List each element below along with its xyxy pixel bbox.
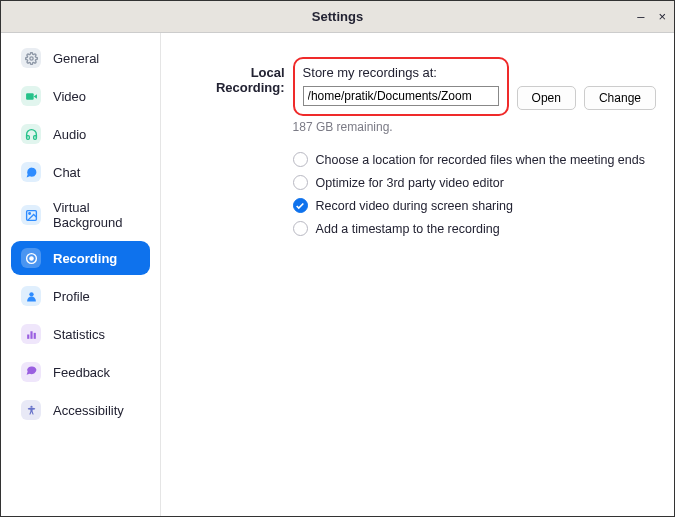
svg-point-4 (28, 212, 30, 214)
sidebar-item-label: Video (53, 89, 86, 104)
window-title: Settings (312, 9, 363, 24)
sidebar-item-feedback[interactable]: Feedback (11, 355, 150, 389)
recording-icon (21, 248, 41, 268)
virtual-background-icon (21, 205, 41, 225)
recording-path-input[interactable] (303, 86, 499, 106)
audio-icon (21, 124, 41, 144)
sidebar-item-audio[interactable]: Audio (11, 117, 150, 151)
checkbox-icon (293, 152, 308, 167)
sidebar: General Video Audio Chat Virtual Backgro (1, 33, 161, 516)
sidebar-item-general[interactable]: General (11, 41, 150, 75)
sidebar-item-profile[interactable]: Profile (11, 279, 150, 313)
chat-icon (21, 162, 41, 182)
profile-icon (21, 286, 41, 306)
open-button[interactable]: Open (517, 86, 576, 110)
sidebar-item-chat[interactable]: Chat (11, 155, 150, 189)
svg-point-11 (30, 405, 32, 407)
checkbox-icon (293, 221, 308, 236)
storage-remaining: 187 GB remaining. (293, 120, 656, 134)
close-icon[interactable]: × (658, 9, 666, 24)
sidebar-item-label: Recording (53, 251, 117, 266)
svg-point-0 (29, 56, 32, 59)
option-label: Add a timestamp to the recording (316, 222, 500, 236)
highlight-box: Store my recordings at: (293, 57, 509, 116)
minimize-icon[interactable]: – (637, 9, 644, 24)
checkbox-checked-icon (293, 198, 308, 213)
sidebar-item-label: Accessibility (53, 403, 124, 418)
video-icon (21, 86, 41, 106)
statistics-icon (21, 324, 41, 344)
store-label: Store my recordings at: (303, 65, 499, 80)
svg-point-6 (29, 256, 32, 259)
svg-point-7 (29, 292, 33, 296)
svg-rect-1 (26, 93, 34, 100)
sidebar-item-label: Chat (53, 165, 80, 180)
main-panel: Local Recording: Store my recordings at:… (161, 33, 674, 516)
sidebar-item-label: Virtual Background (53, 200, 140, 230)
sidebar-item-label: Feedback (53, 365, 110, 380)
option-choose-location[interactable]: Choose a location for recorded files whe… (293, 152, 656, 167)
svg-rect-9 (30, 331, 32, 339)
checkbox-icon (293, 175, 308, 190)
sidebar-item-label: General (53, 51, 99, 66)
sidebar-item-label: Audio (53, 127, 86, 142)
option-label: Optimize for 3rd party video editor (316, 176, 504, 190)
sidebar-item-virtual-background[interactable]: Virtual Background (11, 193, 150, 237)
general-icon (21, 48, 41, 68)
section-label: Local Recording: (185, 57, 285, 95)
feedback-icon (21, 362, 41, 382)
sidebar-item-video[interactable]: Video (11, 79, 150, 113)
titlebar: Settings – × (1, 1, 674, 33)
sidebar-item-label: Profile (53, 289, 90, 304)
option-record-during-screenshare[interactable]: Record video during screen sharing (293, 198, 656, 213)
sidebar-item-accessibility[interactable]: Accessibility (11, 393, 150, 427)
svg-marker-2 (33, 94, 36, 98)
recording-options: Choose a location for recorded files whe… (293, 152, 656, 236)
svg-rect-8 (27, 334, 29, 338)
change-button[interactable]: Change (584, 86, 656, 110)
option-optimize-3rd-party[interactable]: Optimize for 3rd party video editor (293, 175, 656, 190)
accessibility-icon (21, 400, 41, 420)
sidebar-item-recording[interactable]: Recording (11, 241, 150, 275)
option-label: Choose a location for recorded files whe… (316, 153, 645, 167)
option-label: Record video during screen sharing (316, 199, 513, 213)
svg-rect-10 (33, 332, 35, 338)
option-add-timestamp[interactable]: Add a timestamp to the recording (293, 221, 656, 236)
sidebar-item-label: Statistics (53, 327, 105, 342)
sidebar-item-statistics[interactable]: Statistics (11, 317, 150, 351)
